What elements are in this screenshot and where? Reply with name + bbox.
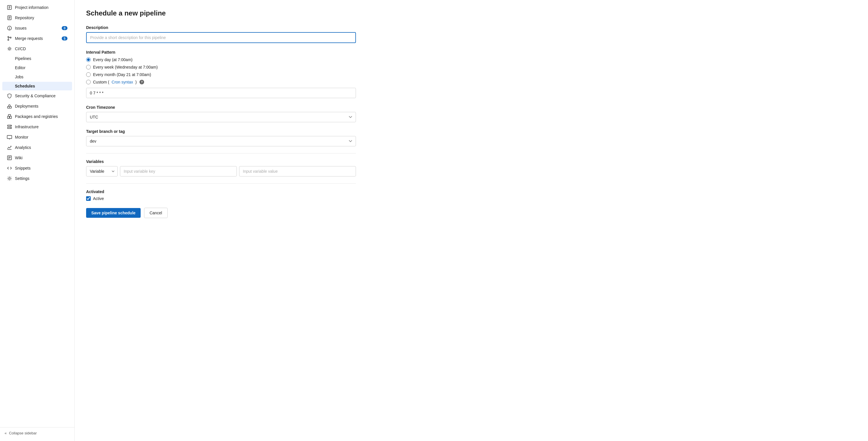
sidebar-item-merge-requests[interactable]: Merge requests 5: [2, 34, 72, 43]
radio-custom-input[interactable]: [86, 80, 91, 84]
interval-radio-group: Every day (at 7:00am) Every week (Wednes…: [86, 57, 857, 84]
radio-every-day-label: Every day (at 7:00am): [93, 57, 133, 62]
target-branch-section: Target branch or tag dev: [86, 129, 857, 146]
snippets-icon: [7, 165, 12, 171]
sidebar-item-project-information[interactable]: Project information: [2, 3, 72, 12]
sidebar-item-deployments[interactable]: Deployments: [2, 101, 72, 111]
sub-item-label: Schedules: [15, 84, 35, 88]
sidebar-item-security-compliance[interactable]: Security & Compliance: [2, 91, 72, 101]
sub-item-editor[interactable]: Editor: [2, 63, 72, 72]
sidebar-item-cicd[interactable]: CI/CD: [2, 44, 72, 54]
collapse-label: Collapse sidebar: [9, 431, 37, 435]
variables-section: Variables Variable File: [86, 159, 857, 177]
cancel-button[interactable]: Cancel: [144, 208, 167, 218]
svg-rect-18: [10, 116, 11, 119]
sidebar-item-label: CI/CD: [15, 46, 67, 51]
active-checkbox-row[interactable]: Active: [86, 196, 857, 201]
sub-item-schedules[interactable]: Schedules: [2, 82, 72, 90]
radio-every-week[interactable]: Every week (Wednesday at 7:00am): [86, 65, 857, 69]
packages-icon: [7, 114, 12, 119]
variable-value-input[interactable]: [239, 166, 356, 177]
save-pipeline-schedule-button[interactable]: Save pipeline schedule: [86, 208, 141, 218]
sidebar-item-analytics[interactable]: Analytics: [2, 143, 72, 152]
sidebar: Project information Repository Issues 0 …: [0, 0, 74, 441]
sub-item-label: Jobs: [15, 74, 24, 79]
sidebar-item-monitor[interactable]: Monitor: [2, 132, 72, 142]
svg-point-32: [9, 178, 10, 179]
sub-item-label: Editor: [15, 65, 26, 70]
project-icon: [7, 5, 12, 10]
cron-timezone-section: Cron Timezone UTC: [86, 105, 857, 122]
sidebar-item-packages-registries[interactable]: Packages and registries: [2, 112, 72, 121]
sidebar-item-label: Deployments: [15, 104, 67, 108]
sub-item-label: Pipelines: [15, 56, 31, 61]
radio-custom-prefix: Custom (: [93, 80, 110, 84]
page-title: Schedule a new pipeline: [86, 9, 857, 17]
analytics-icon: [7, 145, 12, 150]
sidebar-item-label: Analytics: [15, 145, 67, 150]
merge-icon: [7, 36, 12, 41]
activated-divider: [86, 183, 356, 184]
sub-item-pipelines[interactable]: Pipelines: [2, 54, 72, 63]
sidebar-item-label: Security & Compliance: [15, 94, 67, 98]
radio-every-month-label: Every month (Day 21 at 7:00am): [93, 72, 151, 77]
settings-icon: [7, 176, 12, 181]
activated-label: Activated: [86, 189, 857, 194]
cron-help-icon[interactable]: ?: [140, 80, 144, 84]
cron-expression-input[interactable]: 0 7 * * *: [86, 88, 356, 98]
svg-point-22: [11, 125, 11, 126]
radio-every-week-input[interactable]: [86, 65, 91, 69]
radio-every-month[interactable]: Every month (Day 21 at 7:00am): [86, 72, 857, 77]
target-branch-label: Target branch or tag: [86, 129, 857, 134]
variables-row: Variable File: [86, 166, 356, 177]
sidebar-item-repository[interactable]: Repository: [2, 13, 72, 23]
wiki-icon: [7, 155, 12, 160]
radio-custom[interactable]: Custom ( Cron syntax ) ?: [86, 80, 857, 84]
issues-badge: 0: [62, 26, 67, 30]
svg-rect-24: [7, 135, 12, 138]
active-label: Active: [93, 196, 104, 201]
sidebar-item-label: Infrastructure: [15, 125, 67, 129]
svg-rect-19: [8, 115, 11, 116]
description-section: Description: [86, 25, 857, 43]
svg-rect-17: [7, 116, 9, 119]
radio-every-day-input[interactable]: [86, 57, 91, 62]
radio-every-day[interactable]: Every day (at 7:00am): [86, 57, 857, 62]
variable-key-input[interactable]: [120, 166, 237, 177]
svg-point-14: [9, 48, 10, 50]
monitor-icon: [7, 134, 12, 140]
svg-point-16: [9, 107, 10, 108]
sidebar-item-label: Merge requests: [15, 36, 59, 41]
target-branch-select[interactable]: dev: [86, 136, 356, 146]
sidebar-item-label: Monitor: [15, 135, 67, 139]
form-actions: Save pipeline schedule Cancel: [86, 208, 857, 218]
radio-every-week-label: Every week (Wednesday at 7:00am): [93, 65, 158, 69]
description-input[interactable]: [86, 32, 356, 43]
sidebar-item-settings[interactable]: Settings: [2, 174, 72, 183]
sub-item-jobs[interactable]: Jobs: [2, 72, 72, 81]
sidebar-item-label: Repository: [15, 15, 67, 20]
main-content: Schedule a new pipeline Description Inte…: [74, 0, 868, 441]
cicd-icon: [7, 46, 12, 51]
cron-timezone-select[interactable]: UTC: [86, 112, 356, 122]
sidebar-item-issues[interactable]: Issues 0: [2, 23, 72, 33]
cron-syntax-link[interactable]: Cron syntax: [112, 80, 133, 84]
radio-every-month-input[interactable]: [86, 72, 91, 77]
description-label: Description: [86, 25, 857, 30]
interval-pattern-section: Interval Pattern Every day (at 7:00am) E…: [86, 50, 857, 98]
variables-label: Variables: [86, 159, 857, 164]
svg-point-10: [9, 29, 10, 29]
sidebar-item-label: Snippets: [15, 166, 67, 170]
sidebar-item-infrastructure[interactable]: Infrastructure: [2, 122, 72, 132]
activated-section: Activated Active: [86, 189, 857, 201]
variable-type-select[interactable]: Variable File: [86, 166, 118, 177]
svg-point-23: [11, 128, 11, 128]
collapse-icon: «: [5, 431, 7, 435]
sidebar-item-wiki[interactable]: Wiki: [2, 153, 72, 163]
sidebar-item-label: Packages and registries: [15, 114, 67, 119]
collapse-sidebar-button[interactable]: « Collapse sidebar: [0, 427, 74, 439]
active-checkbox[interactable]: [86, 196, 91, 201]
radio-custom-suffix: ): [135, 80, 137, 84]
sidebar-item-label: Issues: [15, 26, 59, 30]
sidebar-item-snippets[interactable]: Snippets: [2, 163, 72, 173]
